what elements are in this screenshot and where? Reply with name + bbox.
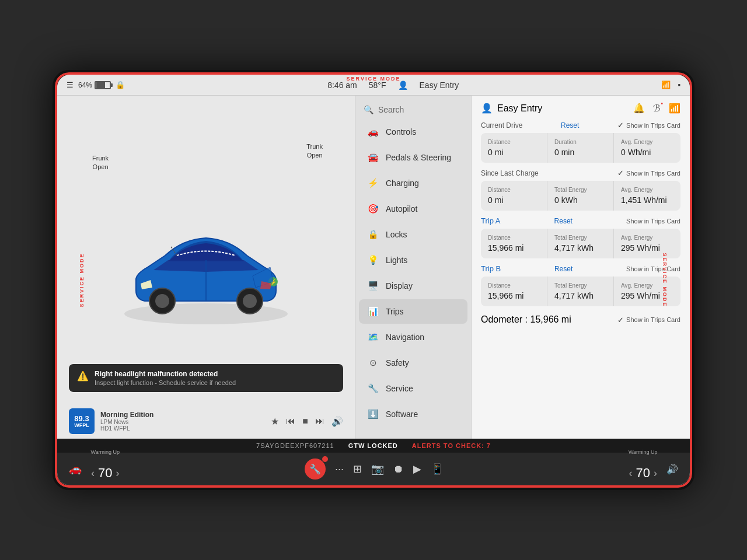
charging-icon: ⚡: [367, 178, 379, 188]
trip-a-reset[interactable]: Reset: [554, 217, 573, 225]
left-arrow-forward[interactable]: ›: [116, 467, 119, 480]
music-show-title: Morning Edition: [100, 411, 265, 419]
trip-b-reset[interactable]: Reset: [554, 265, 573, 273]
safety-label: Safety: [386, 358, 409, 368]
skip-forward-button[interactable]: ⏭: [315, 416, 324, 426]
nav-item-autopilot[interactable]: 🎯 Autopilot: [359, 197, 467, 221]
show-trips-label: Show in Trips Card: [626, 122, 680, 129]
last-charge-header: Since Last Charge ✓ Show in Trips Card: [481, 169, 680, 177]
odometer-show-trips[interactable]: ✓ Show in Trips Card: [617, 316, 680, 324]
trips-panel-title: 👤 Easy Entry: [481, 103, 542, 114]
nav-item-controls[interactable]: 🚗 Controls: [359, 120, 467, 144]
trip-b-total-energy-cell: Total Energy 4,717 kWh: [547, 276, 614, 306]
record-button[interactable]: ⏺: [393, 463, 404, 475]
nav-item-lights[interactable]: 💡 Lights: [359, 248, 467, 272]
charge-distance-cell: Distance 0 mi: [481, 181, 547, 211]
lights-icon: 💡: [367, 255, 379, 265]
nav-item-pedals[interactable]: 🚘 Pedals & Steering: [359, 145, 467, 170]
search-bar[interactable]: 🔍 Search: [355, 100, 471, 119]
lock-icon: 🔒: [116, 80, 125, 89]
nav-item-safety[interactable]: ⊙ Safety: [359, 351, 467, 375]
left-arrow-back[interactable]: ‹: [91, 467, 95, 480]
current-energy-value: 0 Wh/mi: [621, 148, 673, 157]
bluetooth-icon[interactable]: ℬ: [653, 103, 661, 114]
checkmark-icon: ✓: [617, 121, 624, 130]
alerts-label: ALERTS TO CHECK: 7: [412, 442, 491, 449]
frunk-text: Frunk: [92, 154, 109, 163]
alert-notification: ⚠️ Right headlight malfunction detected …: [69, 364, 343, 392]
right-arrow-back[interactable]: ‹: [629, 467, 633, 480]
camera-button[interactable]: 📷: [371, 463, 384, 475]
display-icon: 🖥️: [367, 281, 379, 291]
nav-item-navigation[interactable]: 🗺️ Navigation: [359, 325, 467, 349]
car-icon-bottom[interactable]: 🚗: [69, 463, 82, 475]
right-arrow-forward[interactable]: ›: [654, 467, 657, 480]
easy-entry-label: Easy Entry: [420, 80, 459, 90]
nav-item-charging[interactable]: ⚡ Charging: [359, 171, 467, 195]
trip-a-distance-cell: Distance 15,966 mi: [481, 229, 547, 258]
music-controls[interactable]: ★ ⏮ ■ ⏭ 🔊: [271, 416, 343, 427]
star-button[interactable]: ★: [271, 416, 279, 427]
current-drive-show-trips[interactable]: ✓ Show in Trips Card: [617, 121, 680, 130]
nav-item-display[interactable]: 🖥️ Display: [359, 274, 467, 298]
music-bar: 89.3 WFPL Morning Edition LPM News HD1 W…: [69, 408, 343, 434]
left-temp-value: 70: [98, 466, 112, 481]
more-button[interactable]: ···: [335, 463, 344, 475]
lights-label: Lights: [386, 256, 407, 265]
trunk-open-text: Open: [306, 151, 323, 160]
locks-icon: 🔒: [367, 229, 379, 240]
current-drive-reset[interactable]: Reset: [561, 121, 579, 130]
nav-item-service[interactable]: 🔧 Service: [359, 376, 467, 401]
search-label: Search: [378, 105, 404, 114]
play-button[interactable]: ▶: [413, 463, 421, 475]
trip-a-distance-value: 15,966 mi: [488, 243, 540, 253]
signal-bars-icon: 📶: [669, 103, 680, 114]
trip-a-total-energy-label: Total Energy: [554, 235, 606, 241]
volume-icon[interactable]: 🔊: [666, 464, 678, 475]
status-bar: SERVICE MODE ☰ 64% 🔒 8:46 am 58°F 👤 Easy…: [57, 75, 690, 96]
charge-avg-energy-label: Avg. Energy: [621, 187, 673, 193]
navigation-icon: 🗺️: [367, 332, 379, 342]
current-energy-label: Avg. Energy: [621, 139, 673, 145]
svg-point-3: [155, 294, 169, 308]
radio-station-name: WFPL: [74, 422, 89, 428]
wrench-button[interactable]: 🔧: [305, 459, 326, 480]
left-warming-label: Warming Up: [90, 449, 120, 455]
sound-button[interactable]: 🔊: [331, 416, 343, 427]
stop-button[interactable]: ■: [302, 416, 308, 426]
current-energy-cell: Avg. Energy 0 Wh/mi: [614, 133, 680, 163]
nav-item-software[interactable]: ⬇️ Software: [359, 402, 467, 426]
skip-back-button[interactable]: ⏮: [286, 416, 295, 426]
charge-total-energy-label: Total Energy: [554, 187, 606, 193]
status-right: 📶 ▪: [661, 80, 680, 89]
charge-avg-energy-value: 1,451 Wh/mi: [621, 195, 673, 205]
current-duration-label: Duration: [554, 139, 606, 145]
current-duration-cell: Duration 0 min: [547, 133, 614, 163]
main-content: Frunk Open Trunk Open: [57, 96, 690, 439]
service-icon: 🔧: [367, 383, 379, 394]
header-icons: 🔔 ℬ 📶: [633, 103, 680, 114]
last-charge-title: Since Last Charge: [481, 169, 539, 177]
trip-b-show-trips[interactable]: Show in Trips Card: [626, 265, 680, 272]
controls-icon: 🚗: [367, 127, 379, 137]
phone-button[interactable]: 📱: [431, 463, 444, 475]
alert-warning-icon: ⚠️: [77, 370, 89, 382]
frunk-label: Frunk Open: [92, 154, 109, 172]
svg-point-5: [243, 294, 257, 308]
autopilot-label: Autopilot: [386, 204, 417, 214]
nav-item-locks[interactable]: 🔒 Locks: [359, 222, 467, 247]
grid-button[interactable]: ⊞: [353, 463, 362, 475]
left-panel: Frunk Open Trunk Open: [57, 96, 355, 439]
car-svg: ⚡: [107, 197, 305, 337]
nav-item-trips[interactable]: 📊 Trips: [359, 299, 467, 324]
current-distance-value: 0 mi: [488, 148, 540, 157]
battery-indicator: 64%: [78, 81, 111, 89]
battery-box: [95, 81, 111, 89]
bell-icon[interactable]: 🔔: [633, 103, 645, 114]
trip-b-distance-value: 15,966 mi: [488, 291, 540, 300]
trip-a-show-trips[interactable]: Show in Trips Card: [626, 218, 680, 225]
trip-a-avg-energy-label: Avg. Energy: [621, 235, 673, 241]
trips-panel: 👤 Easy Entry 🔔 ℬ 📶 Current Drive Reset ✓: [472, 96, 690, 439]
last-charge-trips-label: Show in Trips Card: [626, 170, 680, 177]
last-charge-show-trips[interactable]: ✓ Show in Trips Card: [617, 169, 680, 177]
